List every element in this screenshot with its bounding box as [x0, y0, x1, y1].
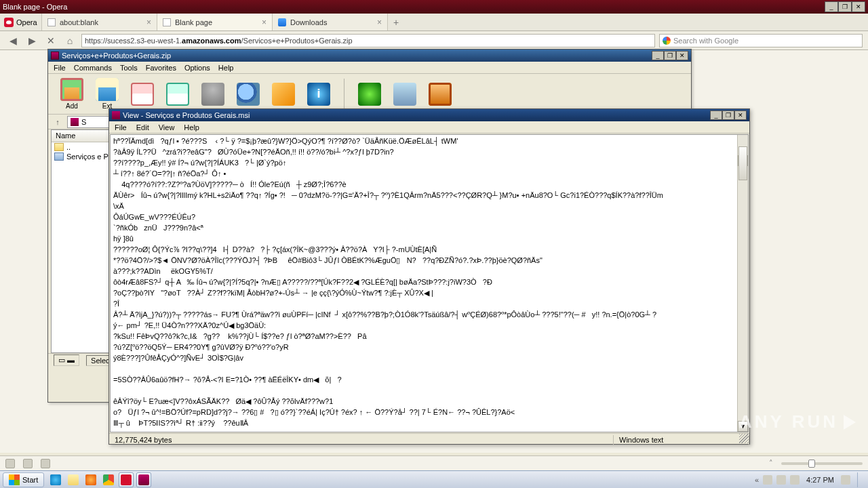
menu-file[interactable]: File [54, 64, 66, 72]
slider-thumb[interactable] [808, 460, 815, 468]
menu-view[interactable]: View [159, 123, 175, 131]
tray-icon[interactable] [763, 475, 772, 485]
tool-delete[interactable] [201, 83, 224, 106]
viewer-titlebar[interactable]: View - Serviços e Produtos Gerais.msi _ … [109, 109, 749, 121]
taskbar-chrome[interactable] [101, 472, 116, 487]
up-button[interactable]: ↑ [52, 117, 63, 127]
network-icon[interactable] [790, 475, 800, 485]
test-icon [131, 83, 154, 106]
tray-expand-icon[interactable]: « [755, 476, 759, 484]
viewer-textarea[interactable]: hª??ÏÄmd[dì ?qƒl ▪ ?é???S ‹ ?└ ÿ ?=$¡þ?æ… [110, 134, 749, 432]
tab-aboutblank[interactable]: about:blank × [42, 14, 157, 30]
menu-favorites[interactable]: Favorites [146, 64, 176, 72]
reload-button[interactable]: ✕ [43, 34, 58, 47]
turbo-icon[interactable] [41, 459, 50, 468]
maximize-button[interactable]: ❐ [838, 1, 852, 12]
maximize-button[interactable]: ❐ [722, 110, 734, 120]
clock[interactable]: 4:27 PM [804, 476, 837, 484]
winrar-title-text: Serviços+e+Produtos+Gerais.zip [62, 52, 171, 60]
taskbar-mediaplayer[interactable] [83, 472, 98, 487]
chevron-up-icon[interactable]: ˄ [769, 459, 773, 468]
menu-options[interactable]: Options [184, 64, 210, 72]
show-desktop-button[interactable] [857, 472, 863, 487]
sync-icon[interactable] [23, 459, 33, 468]
add-icon [60, 78, 83, 101]
taskbar-opera[interactable] [119, 472, 134, 487]
tool-find[interactable] [237, 83, 260, 106]
tool-wizard[interactable] [272, 83, 295, 106]
forward-button[interactable]: ▶ [24, 34, 39, 47]
taskbar-winrar[interactable] [136, 472, 151, 487]
system-tray: « 4:27 PM [749, 472, 868, 487]
maximize-button[interactable]: ❐ [664, 51, 676, 60]
anyrun-watermark: ANY RUN [739, 411, 856, 432]
play-icon [844, 415, 856, 430]
find-icon [237, 83, 260, 106]
tool-info[interactable] [307, 83, 330, 106]
taskbar-ie[interactable] [48, 472, 63, 487]
menu-commands[interactable]: Commands [74, 64, 112, 72]
tool-comment[interactable] [393, 83, 416, 106]
file-name: .. [66, 143, 71, 151]
volume-icon[interactable] [776, 475, 786, 485]
panel-icon[interactable] [5, 459, 15, 468]
menu-edit[interactable]: Edit [136, 123, 149, 131]
winrar-icon [112, 111, 120, 119]
close-button[interactable]: ✕ [676, 51, 688, 60]
opera-menu-button[interactable]: Opera [0, 14, 42, 30]
tool-extract[interactable]: Ext [96, 78, 119, 110]
menu-help[interactable]: Help [218, 64, 234, 72]
viewer-statusbar: 12,775,424 bytes Windows text [109, 433, 749, 445]
menu-tools[interactable]: Tools [120, 64, 138, 72]
new-tab-button[interactable]: + [388, 14, 404, 30]
tab-label: Blank page [175, 18, 212, 26]
menu-help[interactable]: Help [184, 123, 199, 131]
msi-icon [54, 152, 64, 161]
viewer-window: View - Serviços e Produtos Gerais.msi _ … [108, 108, 750, 445]
home-button[interactable]: ⌂ [62, 34, 77, 47]
tool-test[interactable] [131, 83, 154, 106]
search-input[interactable]: Search with Google [659, 34, 863, 47]
wizard-icon [272, 83, 295, 106]
start-button[interactable]: Start [3, 472, 44, 487]
tab-blankpage[interactable]: Blank page × [157, 14, 273, 30]
zoom-slider[interactable] [781, 462, 863, 465]
minimize-button[interactable]: _ [652, 51, 664, 60]
address-input[interactable]: https://sucess2.s3-eu-west-1.amazonaws.c… [81, 34, 655, 47]
info-icon [307, 83, 330, 106]
watermark-text: ANY RUN [739, 411, 838, 432]
page-icon [163, 18, 171, 26]
tool-view[interactable] [166, 83, 189, 106]
close-icon[interactable]: × [262, 18, 267, 27]
taskbar-explorer[interactable] [66, 472, 81, 487]
close-button[interactable]: ✕ [852, 1, 865, 12]
winrar-titlebar[interactable]: Serviços+e+Produtos+Gerais.zip _ ❐ ✕ [48, 49, 691, 62]
tool-sfx[interactable] [429, 83, 452, 106]
close-button[interactable]: ✕ [734, 110, 747, 120]
extract-icon [96, 78, 119, 101]
status-view-icons[interactable]: ▭ ▬ [54, 354, 79, 366]
tab-downloads[interactable]: Downloads × [273, 14, 388, 30]
menu-file[interactable]: File [115, 123, 127, 131]
minimize-button[interactable]: _ [710, 110, 722, 120]
viewer-title-text: View - Serviços e Produtos Gerais.msi [123, 111, 250, 119]
tab-label: Downloads [290, 18, 327, 26]
minimize-button[interactable]: _ [825, 1, 838, 12]
close-icon[interactable]: × [146, 18, 151, 27]
viewer-menubar: File Edit View Help [109, 121, 749, 134]
close-icon[interactable]: × [377, 18, 382, 27]
back-button[interactable]: ◀ [5, 34, 20, 47]
action-center-icon[interactable] [841, 475, 850, 485]
page-icon [47, 18, 56, 26]
vertical-scrollbar[interactable]: ▲ ▼ [737, 135, 748, 432]
download-icon [278, 18, 286, 26]
winrar-icon [138, 474, 149, 485]
tool-add[interactable]: Add [60, 78, 83, 110]
url-pre: https://sucess2.s3-eu-west-1. [85, 37, 182, 45]
toolbar-separator [344, 79, 344, 110]
scroll-down-button[interactable]: ▼ [738, 421, 748, 432]
tool-virusscan[interactable] [358, 83, 381, 106]
opera-titlebar: Blank page - Opera _ ❐ ✕ [0, 0, 868, 14]
scroll-thumb[interactable] [738, 146, 747, 180]
resize-grip[interactable] [739, 434, 749, 443]
